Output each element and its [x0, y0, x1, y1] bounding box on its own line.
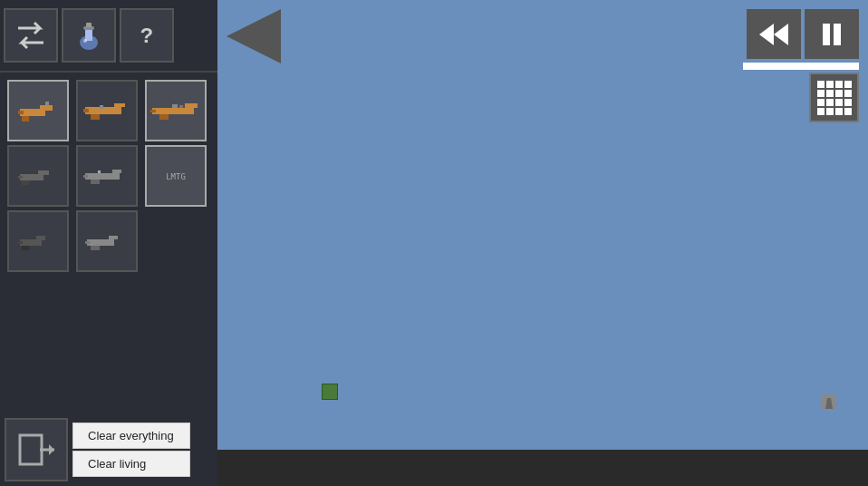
svg-rect-37 [109, 236, 118, 239]
svg-rect-25 [18, 176, 23, 179]
svg-rect-38 [91, 246, 100, 250]
swap-button[interactable] [4, 8, 58, 63]
context-menu: Clear everything Clear living [72, 423, 190, 477]
progress-bar[interactable] [743, 63, 859, 70]
svg-rect-26 [85, 173, 120, 180]
pause-button[interactable] [805, 9, 859, 59]
svg-rect-34 [22, 246, 29, 250]
svg-rect-1 [85, 28, 92, 41]
svg-rect-24 [22, 180, 29, 185]
svg-rect-19 [150, 110, 156, 112]
game-entity-small [822, 394, 836, 409]
weapon-cell-7[interactable] [7, 210, 69, 272]
svg-rect-33 [36, 236, 45, 240]
svg-rect-42 [823, 24, 830, 45]
help-button[interactable]: ? [120, 8, 174, 63]
svg-rect-12 [114, 103, 125, 107]
svg-rect-36 [87, 239, 114, 246]
weapon-cell-6[interactable]: LMTG [145, 145, 207, 207]
top-right-controls [743, 9, 859, 70]
weapon-cell-5[interactable] [76, 145, 138, 207]
svg-rect-30 [98, 170, 101, 173]
svg-text:?: ? [140, 24, 153, 49]
weapon-cell-2[interactable] [76, 80, 138, 141]
svg-rect-18 [159, 114, 169, 120]
clear-everything-button[interactable]: Clear everything [72, 423, 190, 449]
svg-marker-40 [759, 24, 774, 45]
svg-rect-32 [20, 239, 42, 246]
svg-rect-13 [91, 114, 100, 120]
svg-rect-23 [38, 170, 49, 175]
exit-button[interactable] [5, 418, 68, 481]
weapon-grid: LMTG [0, 73, 217, 279]
weapon-cell-4[interactable] [7, 145, 69, 207]
playback-controls [747, 9, 859, 59]
svg-text:LMTG: LMTG [166, 172, 186, 181]
svg-rect-28 [91, 180, 100, 184]
svg-marker-41 [774, 24, 788, 45]
svg-rect-3 [86, 23, 92, 27]
weapon-cell-8[interactable] [76, 210, 138, 272]
svg-rect-16 [152, 108, 194, 114]
svg-point-4 [83, 39, 87, 43]
grid-icon [817, 81, 852, 115]
bottom-left-area: Clear everything Clear living [0, 413, 217, 486]
svg-rect-27 [112, 170, 121, 173]
svg-rect-39 [85, 241, 90, 244]
svg-rect-14 [83, 109, 89, 112]
svg-rect-9 [45, 102, 49, 105]
weapon-cell-1[interactable] [7, 80, 69, 141]
svg-rect-35 [18, 241, 23, 244]
game-entity-green [322, 384, 338, 400]
toolbar: ? [0, 0, 217, 73]
svg-rect-43 [834, 24, 841, 45]
bottom-strip [217, 450, 868, 486]
potion-button[interactable] [62, 8, 116, 63]
grid-toggle-button[interactable] [809, 73, 859, 122]
svg-rect-7 [40, 105, 53, 111]
back-button[interactable] [227, 9, 281, 63]
svg-rect-15 [100, 105, 103, 109]
svg-rect-21 [179, 105, 183, 108]
svg-rect-22 [20, 174, 43, 180]
svg-rect-10 [18, 111, 24, 114]
svg-rect-29 [83, 175, 88, 178]
svg-rect-46 [20, 435, 42, 464]
clear-living-button[interactable]: Clear living [72, 451, 190, 477]
weapon-cell-3[interactable] [145, 80, 207, 141]
svg-rect-8 [22, 116, 29, 122]
game-area[interactable] [217, 0, 868, 450]
svg-marker-48 [49, 444, 54, 455]
svg-rect-17 [185, 103, 198, 108]
rewind-button[interactable] [747, 9, 801, 59]
svg-rect-20 [172, 104, 178, 108]
